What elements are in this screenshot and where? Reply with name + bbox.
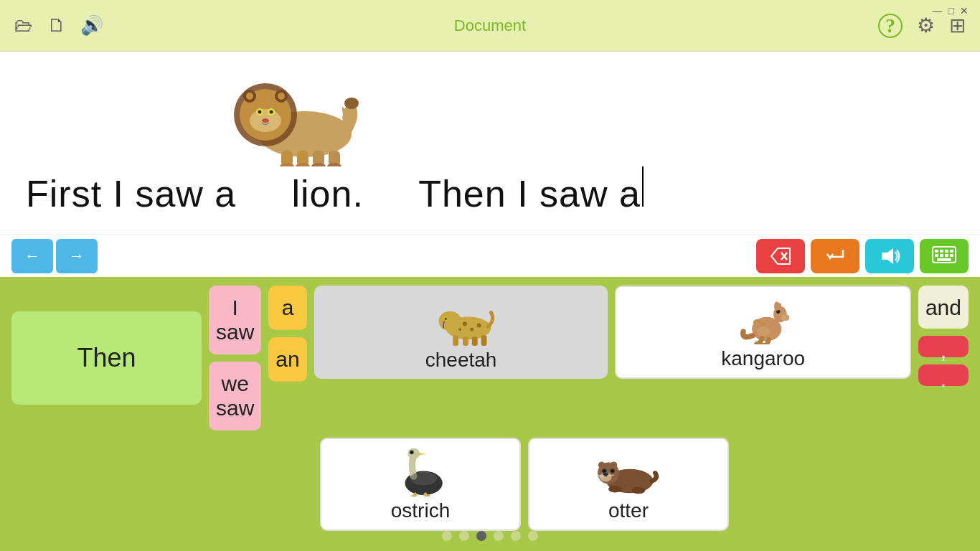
keyboard-button[interactable] (920, 239, 969, 273)
svg-point-68 (603, 470, 606, 472)
we-saw-button[interactable]: we saw (209, 362, 261, 430)
svg-rect-48 (481, 335, 486, 346)
document-icon[interactable]: 🗋 (47, 14, 66, 37)
comma-button[interactable]: , (918, 336, 969, 357)
otter-button[interactable]: otter (528, 438, 729, 531)
text-cursor (642, 166, 644, 207)
svg-point-7 (258, 110, 262, 114)
kangaroo-svg (727, 294, 799, 344)
svg-rect-47 (471, 336, 477, 346)
article-column: a an (268, 286, 306, 430)
nav-left-buttons: ← → (11, 239, 98, 273)
svg-point-38 (463, 321, 467, 326)
period-button[interactable]: . (918, 364, 969, 386)
svg-point-41 (458, 328, 461, 331)
svg-marker-25 (882, 248, 893, 264)
dot-3[interactable] (476, 531, 486, 541)
svg-rect-29 (945, 250, 948, 253)
nav-right-buttons (756, 239, 969, 273)
kangaroo-label: kangaroo (721, 347, 805, 370)
svg-point-39 (470, 328, 473, 331)
svg-point-77 (608, 486, 622, 492)
cheetah-button[interactable]: cheetah (314, 286, 608, 379)
dot-5[interactable] (511, 531, 521, 541)
svg-point-75 (598, 461, 605, 468)
pagination (0, 531, 980, 551)
window-controls: — □ ✕ (933, 6, 969, 16)
help-icon[interactable]: ? (878, 14, 903, 38)
close-button[interactable]: ✕ (960, 6, 969, 16)
svg-rect-31 (935, 254, 938, 257)
ostrich-label: ostrich (391, 499, 450, 522)
a-button[interactable]: a (268, 286, 306, 330)
document-title: Document (454, 17, 526, 35)
dot-2[interactable] (459, 531, 469, 541)
keyboard-icon (932, 246, 956, 266)
svg-point-60 (410, 451, 413, 453)
document-area: First I saw a lion. Then I saw a (0, 52, 980, 234)
svg-rect-33 (945, 254, 948, 257)
ostrich-button[interactable]: ostrich (320, 438, 521, 531)
svg-point-43 (444, 318, 446, 320)
svg-rect-35 (937, 258, 951, 261)
ostrich-svg (385, 446, 456, 496)
delete-button[interactable] (756, 239, 805, 273)
svg-rect-27 (935, 250, 938, 253)
then-column: Then (11, 286, 202, 430)
svg-point-14 (344, 98, 359, 109)
wordbank-container: Then I saw we saw a an (0, 277, 980, 531)
speak-button[interactable] (865, 239, 914, 273)
svg-rect-45 (453, 335, 458, 346)
wordbank-row: Then I saw we saw a an (11, 286, 969, 430)
minimize-button[interactable]: — (933, 6, 943, 16)
folder-icon[interactable]: 🗁 (14, 14, 33, 37)
forward-button[interactable]: → (56, 239, 98, 273)
svg-point-8 (270, 110, 273, 114)
dot-4[interactable] (494, 531, 504, 541)
speak-icon (879, 247, 900, 265)
svg-point-37 (438, 311, 461, 331)
kangaroo-button[interactable]: kangaroo (615, 286, 911, 379)
otter-label: otter (608, 499, 649, 522)
sound-icon[interactable]: 🔊 (80, 14, 103, 37)
text-first-i-saw-a: First I saw a lion. Then I saw a (26, 172, 641, 215)
then-button[interactable]: Then (11, 311, 202, 405)
lion-svg (222, 59, 359, 166)
back-button[interactable]: ← (11, 239, 53, 273)
toolbar-left: 🗁 🗋 🔊 (14, 14, 103, 37)
maximize-button[interactable]: □ (948, 6, 954, 16)
backspace-icon (770, 247, 791, 265)
dot-6[interactable] (528, 531, 538, 541)
svg-point-61 (410, 471, 437, 485)
enter-icon (824, 247, 846, 265)
svg-rect-28 (940, 250, 943, 253)
svg-rect-46 (463, 336, 468, 346)
svg-point-53 (777, 311, 779, 313)
nav-area: ← → (0, 234, 980, 277)
enter-button[interactable] (811, 239, 859, 273)
svg-rect-32 (940, 254, 943, 257)
i-saw-button[interactable]: I saw (209, 286, 261, 354)
toolbar: 🗁 🗋 🔊 Document ? ⚙ ⊞ — □ ✕ (0, 0, 980, 52)
and-button[interactable]: and (918, 286, 969, 329)
svg-point-51 (781, 314, 789, 321)
svg-point-40 (476, 323, 481, 327)
lion-image (222, 59, 359, 169)
an-button[interactable]: an (268, 337, 306, 382)
cheetah-svg (425, 293, 497, 346)
settings-icon[interactable]: ⚙ (917, 14, 935, 37)
keyboard-grid-icon[interactable]: ⊞ (949, 14, 966, 37)
dot-1[interactable] (442, 531, 452, 541)
svg-point-78 (632, 487, 646, 494)
svg-point-58 (407, 448, 420, 459)
svg-point-55 (777, 303, 781, 309)
svg-rect-34 (950, 254, 953, 257)
svg-point-11 (246, 93, 253, 100)
otter-svg (593, 446, 664, 496)
svg-rect-30 (950, 250, 953, 253)
verb-column: I saw we saw (209, 286, 261, 430)
punct-column: and , . (918, 286, 969, 430)
svg-point-13 (278, 93, 285, 100)
svg-point-56 (756, 327, 770, 336)
toolbar-right: ? ⚙ ⊞ — □ ✕ (878, 14, 966, 38)
